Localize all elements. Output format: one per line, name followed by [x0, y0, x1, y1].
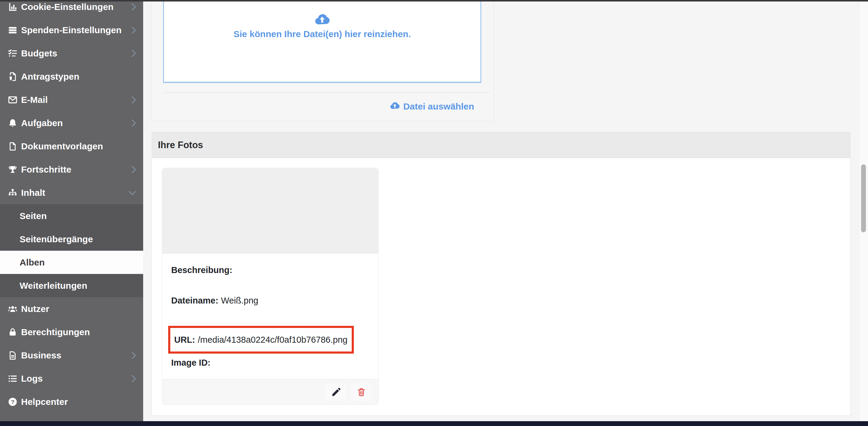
sidebar-item-budgets[interactable]: Budgets: [0, 41, 143, 65]
file-icon: [7, 140, 19, 152]
photos-panel: Ihre Fotos Beschreibung: Dateiname:Weiß.…: [152, 132, 850, 416]
sidebar-item-berechtigungen[interactable]: Berechtigungen: [0, 320, 143, 344]
sidebar-item-label: Seiten: [20, 211, 135, 221]
sidebar-item-aufgaben[interactable]: Aufgaben: [0, 111, 143, 135]
chevron-right-icon: [128, 166, 136, 173]
sidebar-item-weiterleitungen[interactable]: Weiterleitungen: [0, 274, 143, 297]
sidebar: Cookie-Einstellungen Spenden-Einstellung…: [0, 1, 143, 421]
bell-icon: [7, 117, 19, 129]
sidebar-item-spenden-einstellungen[interactable]: Spenden-Einstellungen: [0, 19, 143, 41]
sidebar-item-label: Logs: [21, 373, 130, 384]
section-title: Ihre Fotos: [158, 140, 203, 150]
rows-icon: [7, 24, 19, 36]
window-top-edge: [0, 0, 868, 1]
image-id-row: Image ID:: [171, 358, 213, 368]
description-row: Beschreibung:: [171, 265, 235, 275]
chevron-right-icon: [128, 375, 136, 382]
sidebar-item-label: Dokumentvorlagen: [21, 141, 135, 151]
list-icon: [7, 373, 19, 385]
sidebar-item-label: Fortschritte: [21, 164, 130, 175]
file-lines-icon: [7, 349, 19, 362]
sidebar-item-label: Seitenübergänge: [20, 234, 135, 245]
sidebar-item-label: Helpcenter: [21, 397, 135, 407]
album-admin-page: Cookie-Einstellungen Spenden-Einstellung…: [0, 0, 868, 426]
sidebar-item-alben-active[interactable]: Alben: [0, 251, 143, 274]
sidebar-item-label: Spenden-Einstellungen: [21, 25, 130, 35]
sidebar-item-label: Antragstypen: [21, 72, 135, 82]
cloud-upload-icon: [390, 100, 400, 113]
sidebar-item-business[interactable]: Business: [0, 344, 143, 367]
sidebar-item-label: Budgets: [21, 48, 130, 59]
choose-file-label: Datei auswählen: [403, 102, 474, 112]
list-check-icon: [7, 47, 19, 59]
delete-photo-button[interactable]: [351, 384, 372, 401]
choose-file-button[interactable]: Datei auswählen: [390, 100, 474, 113]
sidebar-item-inhalt[interactable]: Inhalt: [0, 181, 143, 204]
lock-icon: [7, 326, 19, 338]
sidebar-item-antragstypen[interactable]: Antragstypen: [0, 65, 143, 88]
chevron-right-icon: [128, 3, 136, 10]
sidebar-item-label: Alben: [20, 257, 135, 267]
dropzone-hint-text: Sie können Ihre Datei(en) hier reinziehe…: [234, 29, 411, 39]
filename-row: Dateiname:Weiß.png: [171, 296, 258, 306]
window-bottom-edge: [0, 421, 868, 426]
sidebar-item-helpcenter[interactable]: ? Helpcenter: [0, 390, 143, 413]
photo-thumbnail: [162, 168, 378, 254]
chart-bar-icon: [7, 1, 19, 13]
upload-panel: Sie können Ihre Datei(en) hier reinziehe…: [152, 1, 494, 121]
url-value: /media/4138a0224c/f0af10b76786.png: [198, 335, 347, 345]
edit-photo-button[interactable]: [326, 384, 347, 401]
sidebar-item-label: Nutzer: [21, 304, 135, 314]
chevron-right-icon: [128, 26, 136, 34]
description-label: Beschreibung:: [171, 265, 232, 275]
chevron-right-icon: [128, 50, 136, 57]
url-highlight-box: URL:/media/4138a0224c/f0af10b76786.png: [168, 326, 354, 353]
sidebar-item-label: Inhalt: [21, 188, 130, 198]
trophy-icon: [7, 164, 19, 176]
users-icon: [7, 303, 19, 315]
sidebar-item-label: Cookie-Einstellungen: [21, 2, 130, 12]
sidebar-item-nutzer[interactable]: Nutzer: [0, 297, 143, 320]
divider: [163, 92, 490, 93]
sidebar-item-seiten[interactable]: Seiten: [0, 204, 143, 227]
sidebar-item-fortschritte[interactable]: Fortschritte: [0, 158, 143, 181]
photos-panel-header: Ihre Fotos: [152, 132, 850, 158]
chevron-down-icon: [128, 188, 136, 195]
sidebar-item-label: Aufgaben: [21, 118, 130, 128]
chevron-right-icon: [128, 119, 136, 127]
sidebar-item-seitenuebergaenge[interactable]: Seitenübergänge: [0, 227, 143, 251]
sitemap-icon: [7, 187, 19, 199]
sidebar-item-label: Weiterleitungen: [20, 281, 135, 291]
chevron-right-icon: [128, 96, 136, 104]
envelope-icon: [7, 94, 19, 106]
filename-label: Dateiname:: [171, 296, 218, 305]
svg-text:?: ?: [11, 399, 14, 405]
image-id-label: Image ID:: [171, 358, 211, 367]
photo-card: Beschreibung: Dateiname:Weiß.png URL:/me…: [162, 168, 378, 405]
photo-card-footer: [162, 379, 378, 405]
sidebar-item-logs[interactable]: Logs: [0, 367, 143, 390]
vertical-scrollbar-thumb[interactable]: [861, 164, 866, 232]
chevron-right-icon: [128, 351, 136, 359]
pencil-icon: [331, 387, 342, 398]
sidebar-item-label: E-Mail: [21, 95, 130, 105]
sidebar-item-label: Business: [21, 350, 130, 361]
cloud-upload-icon: [314, 11, 331, 28]
file-dropzone[interactable]: Sie können Ihre Datei(en) hier reinziehe…: [163, 1, 481, 83]
trash-icon: [356, 387, 367, 398]
sidebar-item-cookie-einstellungen[interactable]: Cookie-Einstellungen: [0, 1, 143, 19]
sidebar-item-label: Berechtigungen: [21, 327, 135, 337]
sidebar-item-email[interactable]: E-Mail: [0, 88, 143, 111]
url-label: URL:: [174, 335, 195, 345]
filename-value: Weiß.png: [221, 296, 258, 305]
question-circle-icon: ?: [7, 396, 19, 408]
sidebar-item-dokumentvorlagen[interactable]: Dokumentvorlagen: [0, 135, 143, 158]
file-badge-icon: [7, 70, 19, 83]
vertical-scrollbar-track[interactable]: [859, 1, 868, 421]
